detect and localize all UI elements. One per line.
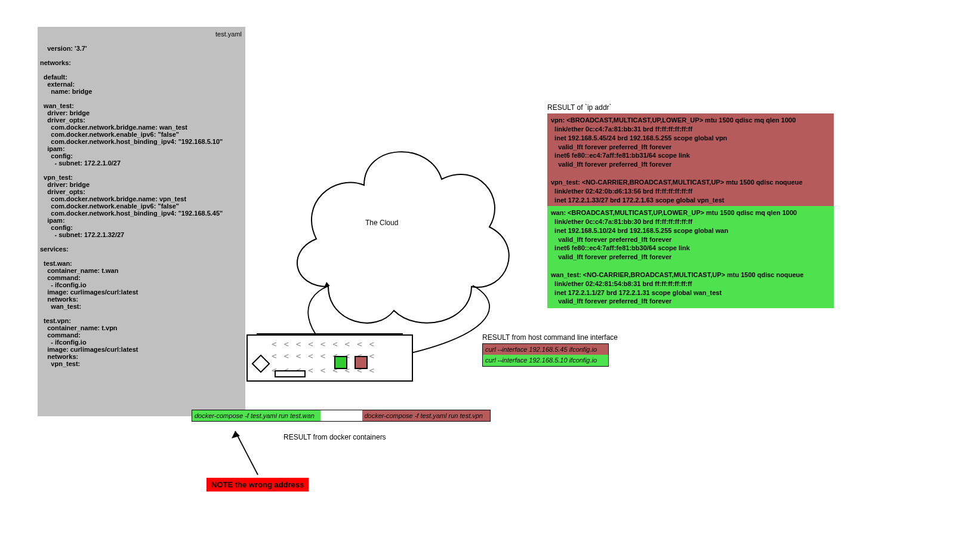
host-cli-title: RESULT from host command line interface <box>482 333 618 342</box>
device-vent-row1: <<<<<<<<< <box>272 339 408 349</box>
host-cli-wan: curl --interface 192.168.5.10 ifconfig.i… <box>483 355 608 365</box>
docker-result-box: docker-compose -f test.yaml run test.wan… <box>192 410 491 422</box>
ipaddr-vpn-block: vpn: <BROADCAST,MULTICAST,UP,LOWER_UP> m… <box>547 113 834 216</box>
wrong-address-note: NOTE the wrong address <box>207 478 309 492</box>
host-cli-vpn: curl --interface 192.168.5.45 ifconfig.i… <box>483 344 608 355</box>
cloud-shape <box>297 152 509 323</box>
device-port-vpn <box>355 356 368 369</box>
cloud-label: The Cloud <box>365 219 398 227</box>
device-slot <box>275 370 306 377</box>
docker-result-gap <box>320 410 362 421</box>
docker-result-wan: docker-compose -f test.yaml run test.wan <box>192 410 320 421</box>
arrow-note-line <box>235 431 258 475</box>
docker-caption: RESULT from docker containers <box>283 433 386 441</box>
ipaddr-wan-block: wan: <BROADCAST,MULTICAST,UP,LOWER_UP> m… <box>547 206 834 308</box>
diagram-canvas: test.yaml version: '3.7' networks: defau… <box>0 0 980 556</box>
host-cli-box: curl --interface 192.168.5.45 ifconfig.i… <box>482 343 609 367</box>
ipaddr-title: RESULT of `ip addr` <box>547 103 612 112</box>
docker-result-vpn: docker-compose -f test.yaml run test.vpn <box>362 410 491 421</box>
device-port-wan <box>334 356 347 369</box>
